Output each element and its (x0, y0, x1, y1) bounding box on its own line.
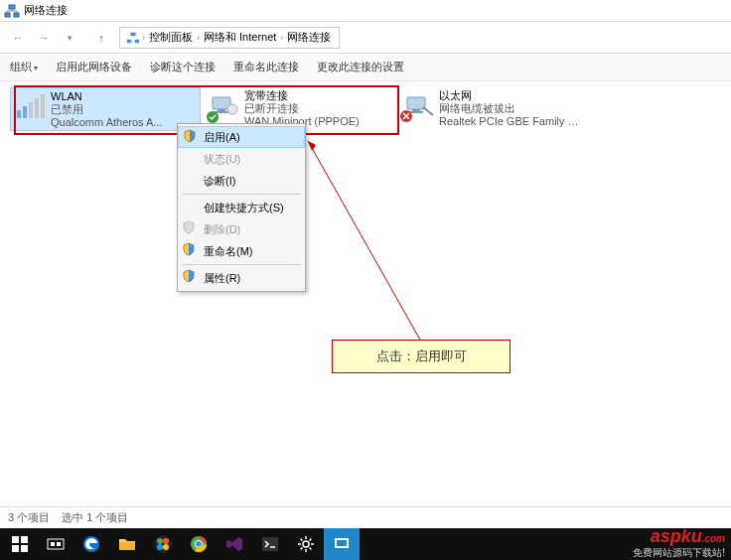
svg-rect-9 (35, 98, 39, 118)
svg-rect-7 (23, 106, 27, 118)
content-area: WLAN 已禁用 Qualcomm Atheros A... 宽带连接 已断开连… (0, 81, 731, 512)
annotation-callout: 点击：启用即可 (332, 340, 511, 373)
organize-menu[interactable]: 组织 (10, 60, 38, 74)
crumb-item[interactable]: 控制面板 (149, 30, 193, 45)
svg-rect-0 (5, 13, 10, 17)
svg-rect-25 (21, 545, 28, 552)
error-icon (399, 109, 413, 123)
browser-icon[interactable] (181, 528, 217, 560)
forward-button[interactable]: → (32, 26, 56, 50)
menu-separator (182, 264, 301, 265)
svg-rect-3 (127, 39, 131, 43)
svg-rect-2 (9, 5, 15, 9)
shield-icon (183, 129, 197, 143)
chevron-right-icon: › (280, 33, 283, 43)
connection-ethernet[interactable]: 以太网 网络电缆被拔出 Realtek PCIe GBE Family Cont… (399, 87, 590, 131)
shield-icon (182, 269, 196, 283)
file-explorer-icon[interactable] (109, 528, 145, 560)
toolbar: 组织 启用此网络设备 诊断这个连接 重命名此连接 更改此连接的设置 (0, 54, 731, 81)
start-button[interactable] (2, 528, 38, 560)
svg-rect-8 (29, 102, 33, 118)
connection-name: WLAN (51, 90, 163, 103)
svg-rect-42 (337, 540, 347, 546)
network-icon (126, 31, 140, 45)
wifi-icon (15, 90, 47, 122)
watermark: aspku.com 免费网站源码下载站! (633, 528, 725, 560)
connections-list: WLAN 已禁用 Qualcomm Atheros A... 宽带连接 已断开连… (0, 81, 731, 137)
shield-icon (182, 242, 196, 256)
menu-create-shortcut[interactable]: 创建快捷方式(S) (178, 197, 305, 218)
titlebar: 网络连接 (0, 0, 731, 22)
menu-rename[interactable]: 重命名(M) (178, 240, 305, 262)
crumb-item[interactable]: 网络和 Internet (204, 30, 276, 45)
connection-wlan[interactable]: WLAN 已禁用 Qualcomm Atheros A... (10, 87, 201, 131)
taskview-button[interactable] (38, 528, 73, 560)
terminal-icon[interactable] (252, 528, 288, 560)
svg-point-31 (154, 535, 172, 553)
svg-rect-39 (262, 537, 278, 551)
edge-icon[interactable] (73, 528, 109, 560)
connection-name: 以太网 (439, 89, 586, 102)
svg-point-34 (157, 544, 163, 550)
connection-name: 宽带连接 (244, 89, 360, 102)
network-icon (4, 3, 20, 19)
ethernet-icon (403, 89, 435, 121)
svg-point-33 (163, 538, 169, 544)
svg-rect-5 (130, 32, 135, 36)
up-button[interactable]: ↑ (91, 28, 111, 48)
settings-icon[interactable] (288, 528, 324, 560)
item-count: 3 个项目 (8, 510, 50, 525)
connection-status: 网络电缆被拔出 (439, 102, 586, 115)
check-icon (207, 111, 219, 123)
selected-count: 选中 1 个项目 (62, 510, 128, 525)
menu-diagnose[interactable]: 诊断(I) (178, 170, 305, 192)
menu-status: 状态(U) (178, 148, 305, 170)
connection-device: Realtek PCIe GBE Family Contr... (439, 115, 586, 128)
svg-point-35 (163, 544, 169, 550)
change-settings-button[interactable]: 更改此连接的设置 (317, 60, 404, 74)
svg-rect-24 (12, 545, 19, 552)
svg-rect-28 (57, 542, 61, 546)
menu-delete: 删除(D) (178, 218, 305, 240)
menu-separator (182, 194, 301, 195)
svg-rect-6 (17, 110, 21, 118)
svg-rect-30 (119, 542, 135, 550)
back-button[interactable]: ← (6, 26, 30, 50)
svg-rect-12 (218, 109, 225, 111)
annotation-text: 点击：启用即可 (376, 348, 467, 365)
connection-status: 已断开连接 (244, 102, 360, 115)
menu-enable[interactable]: 启用(A) (178, 126, 305, 148)
svg-rect-23 (21, 536, 28, 543)
history-dropdown[interactable]: ▾ (58, 26, 81, 50)
svg-point-32 (157, 538, 163, 544)
menu-properties[interactable]: 属性(R) (178, 267, 305, 289)
svg-point-14 (227, 104, 237, 114)
diagnose-button[interactable]: 诊断这个连接 (150, 60, 216, 74)
connection-status: 已禁用 (51, 103, 163, 116)
svg-rect-27 (51, 542, 55, 546)
svg-rect-4 (135, 39, 139, 43)
enable-device-button[interactable]: 启用此网络设备 (56, 60, 132, 74)
svg-marker-21 (308, 141, 316, 151)
taskbar (0, 528, 731, 560)
rename-button[interactable]: 重命名此连接 (233, 60, 299, 74)
svg-rect-16 (407, 97, 425, 109)
svg-rect-26 (48, 539, 64, 549)
wan-icon (209, 89, 240, 121)
svg-rect-1 (14, 13, 19, 17)
breadcrumb[interactable]: › 控制面板 › 网络和 Internet › 网络连接 (119, 27, 340, 49)
crumb-item[interactable]: 网络连接 (287, 30, 331, 45)
app-icon-colorful[interactable] (145, 528, 181, 560)
annotation-arrow (0, 81, 731, 512)
navbar: ← → ▾ ↑ › 控制面板 › 网络和 Internet › 网络连接 (0, 22, 731, 54)
chevron-right-icon: › (197, 33, 200, 43)
app-active-icon[interactable] (324, 528, 360, 560)
connection-device: Qualcomm Atheros A... (51, 116, 163, 129)
window-title: 网络连接 (24, 3, 68, 18)
svg-point-40 (303, 541, 309, 547)
statusbar: 3 个项目 选中 1 个项目 (0, 506, 731, 528)
context-menu: 启用(A) 状态(U) 诊断(I) 创建快捷方式(S) 删除(D) 重命名(M)… (177, 123, 306, 292)
svg-rect-17 (412, 109, 420, 111)
svg-rect-10 (41, 94, 45, 118)
visual-studio-icon[interactable] (217, 528, 252, 560)
